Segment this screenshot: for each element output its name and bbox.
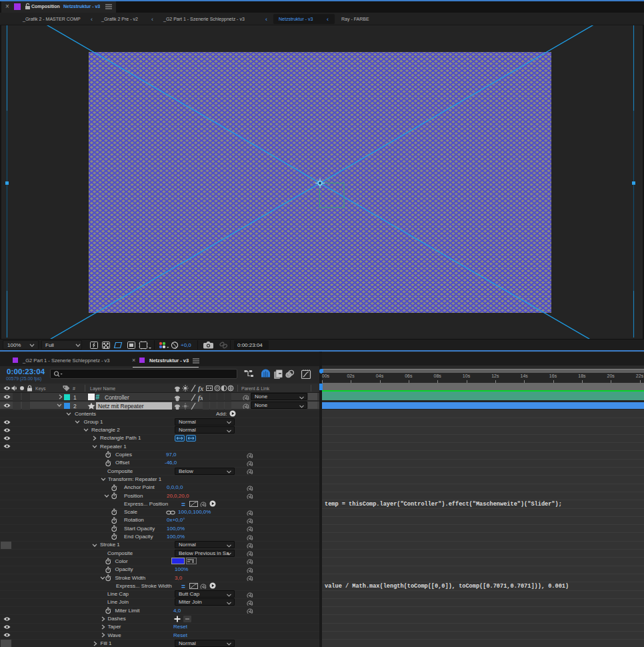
svg-text:fx: fx	[198, 385, 203, 392]
